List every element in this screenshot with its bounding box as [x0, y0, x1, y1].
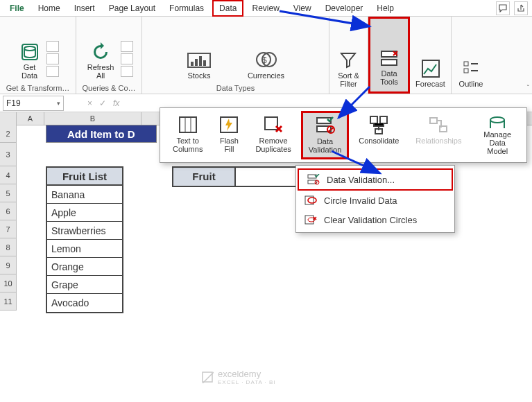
row-headers: 2 3 4 5 6 7 8 9 10 11 — [0, 125, 17, 311]
group-label-data-types: Data Types — [216, 84, 255, 92]
collapse-ribbon-icon[interactable]: ˇ — [527, 85, 529, 92]
currencies-icon: $ — [254, 49, 279, 70]
manage-data-model-button[interactable]: Manage Data Model — [471, 111, 524, 159]
row-header-7[interactable]: 7 — [0, 220, 17, 238]
refresh-all-button[interactable]: Refresh All — [83, 40, 119, 82]
ribbon-group-outline: Outline — [452, 17, 490, 94]
fruit-header: Fruit — [173, 168, 236, 186]
table-row[interactable]: Strawberries — [47, 222, 122, 240]
fruit-list-header: Fruit List — [47, 168, 122, 186]
watermark-title: exceldemy — [218, 369, 276, 379]
row-header-6[interactable]: 6 — [0, 202, 17, 220]
svg-rect-14 — [464, 69, 468, 73]
circle-invalid-icon — [304, 195, 317, 206]
ribbon-group-queries: Refresh All Queries & Co… — [76, 17, 142, 94]
svg-rect-4 — [195, 59, 198, 66]
menu-circle-invalid[interactable]: Circle Invalid Data — [296, 191, 454, 210]
tab-home[interactable]: Home — [33, 1, 66, 15]
svg-point-26 — [490, 117, 504, 123]
fx-icon[interactable]: fx — [113, 98, 119, 108]
queries-icon[interactable] — [121, 41, 133, 52]
svg-rect-34 — [203, 372, 212, 382]
tab-data[interactable]: Data — [212, 0, 243, 17]
cancel-formula-icon[interactable]: × — [87, 98, 92, 108]
remove-duplicates-icon — [264, 115, 283, 134]
row-header-9[interactable]: 9 — [0, 256, 17, 274]
data-tools-button[interactable]: Data Tools — [375, 46, 403, 89]
refresh-icon — [91, 42, 110, 62]
col-header-a[interactable]: A — [17, 112, 44, 125]
menu-label: Circle Invalid Data — [324, 195, 397, 206]
text-to-columns-button[interactable]: Text to Columns — [166, 111, 209, 159]
tab-insert[interactable]: Insert — [69, 1, 101, 15]
relationships-icon — [429, 115, 448, 134]
queries-mini-buttons — [119, 40, 135, 78]
currencies-button[interactable]: $ Currencies — [243, 46, 289, 82]
svg-rect-22 — [380, 116, 387, 123]
data-model-icon — [488, 115, 507, 128]
from-web-icon[interactable] — [46, 53, 59, 64]
table-row[interactable]: Orange — [47, 258, 122, 276]
table-row[interactable]: Grape — [47, 276, 122, 294]
ribbon-group-get-transform: Get Data Get & Transform… — [0, 17, 76, 94]
row-header-11[interactable]: 11 — [0, 292, 17, 311]
menu-label: Clear Validation Circles — [324, 215, 417, 225]
svg-point-31 — [308, 198, 316, 203]
row-header-2[interactable]: 2 — [0, 125, 17, 143]
share-icon[interactable] — [514, 1, 528, 15]
ribbon-tab-bar: File Home Insert Page Layout Formulas Da… — [0, 0, 532, 17]
group-label-queries: Queries & Co… — [82, 84, 135, 92]
tab-file[interactable]: File — [4, 1, 30, 15]
stocks-icon — [187, 49, 212, 70]
edit-links-icon[interactable] — [121, 66, 133, 77]
table-row[interactable]: Apple — [47, 204, 122, 222]
col-header-b[interactable]: B — [44, 112, 141, 125]
select-all-corner[interactable] — [0, 112, 17, 125]
get-data-button[interactable]: Get Data — [16, 40, 44, 82]
annotation-arrow-1 — [276, 6, 380, 33]
table-row[interactable]: Banana — [47, 186, 122, 204]
row-header-10[interactable]: 10 — [0, 274, 17, 292]
table-row[interactable]: Avocado — [47, 294, 122, 312]
svg-rect-6 — [203, 60, 206, 66]
from-table-icon[interactable] — [46, 66, 59, 77]
remove-duplicates-button[interactable]: Remove Duplicates — [248, 111, 298, 159]
watermark: exceldemy EXCEL · DATA · BI — [201, 369, 276, 385]
svg-rect-5 — [199, 56, 202, 66]
svg-rect-15 — [180, 117, 196, 132]
name-box-dropdown-icon[interactable]: ▾ — [57, 100, 60, 107]
tab-formulas[interactable]: Formulas — [164, 1, 209, 15]
comments-icon[interactable] — [496, 1, 510, 15]
data-validation-menu-icon — [307, 174, 320, 185]
fruit-value-cell[interactable] — [236, 168, 298, 186]
svg-rect-32 — [305, 216, 314, 224]
row-header-8[interactable]: 8 — [0, 238, 17, 256]
row-header-4[interactable]: 4 — [0, 166, 17, 184]
enter-formula-icon[interactable]: ✓ — [99, 98, 106, 108]
svg-rect-24 — [430, 118, 437, 123]
row-header-5[interactable]: 5 — [0, 184, 17, 202]
forecast-button[interactable]: Forecast — [411, 56, 449, 91]
stocks-button[interactable]: Stocks — [182, 46, 216, 82]
fruit-input-box: Fruit — [172, 166, 300, 187]
svg-rect-27 — [308, 175, 316, 178]
menu-clear-circles[interactable]: Clear Validation Circles — [296, 210, 454, 229]
clear-circles-icon — [304, 214, 317, 225]
outline-button[interactable]: Outline — [455, 56, 488, 91]
name-box-value: F19 — [6, 98, 21, 108]
from-text-icon[interactable] — [46, 41, 59, 52]
flash-fill-button[interactable]: Flash Fill — [212, 111, 246, 159]
data-tools-icon — [379, 49, 399, 68]
annotation-arrow-3 — [325, 146, 387, 179]
tab-page-layout[interactable]: Page Layout — [103, 1, 161, 15]
outline-icon — [461, 59, 481, 78]
ribbon-group-forecast: Forecast — [410, 17, 452, 94]
properties-icon[interactable] — [121, 53, 133, 64]
funnel-icon — [338, 51, 358, 70]
svg-rect-17 — [265, 117, 277, 130]
svg-rect-12 — [422, 60, 439, 77]
flash-fill-icon — [219, 115, 239, 134]
table-row[interactable]: Lemon — [47, 240, 122, 258]
name-box[interactable]: F19 ▾ — [3, 96, 64, 111]
row-header-3[interactable]: 3 — [0, 143, 17, 166]
